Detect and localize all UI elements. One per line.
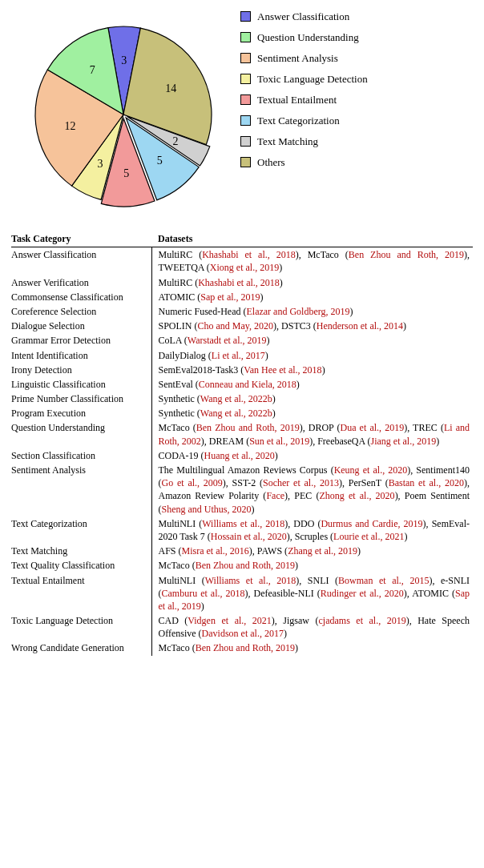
table-row: Dialogue SelectionSPOLIN (Cho and May, 2… xyxy=(11,319,473,333)
legend-swatch xyxy=(240,32,251,42)
table-row: Text CategorizationMultiNLI (Williams et… xyxy=(11,516,473,544)
datasets-cell: CODA-19 (Huang et al., 2020) xyxy=(151,448,473,463)
tasks-table: Task Category Datasets Answer Classifica… xyxy=(11,231,473,656)
task-category-cell: Commonsense Classification xyxy=(11,290,151,304)
datasets-cell: MultiRC (Khashabi et al., 2018), McTaco … xyxy=(151,247,473,275)
legend-label: Textual Entailment xyxy=(257,94,337,105)
task-category-cell: Text Categorization xyxy=(11,516,151,544)
pie-slice-value: 14 xyxy=(165,82,176,94)
legend-item: Answer Classification xyxy=(240,11,473,22)
legend: Answer ClassificationQuestion Understand… xyxy=(236,6,473,178)
task-category-cell: Wrong Candidate Generation xyxy=(11,641,151,655)
table-row: Grammar Error DetectionCoLA (Warstadt et… xyxy=(11,333,473,348)
legend-swatch xyxy=(240,94,251,105)
pie-slice-value: 3 xyxy=(97,158,103,170)
datasets-cell: CoLA (Warstadt et al., 2019) xyxy=(151,333,473,348)
table-row: Coreference SelectionNumeric Fused-Head … xyxy=(11,304,473,319)
legend-label: Sentiment Analysis xyxy=(257,53,338,63)
table-row: Irony DetectionSemEval2018-Task3 (Van He… xyxy=(11,363,473,377)
table-row: Text Quality ClassificationMcTaco (Ben Z… xyxy=(11,558,473,573)
legend-swatch xyxy=(240,157,251,167)
task-category-cell: Section Classification xyxy=(11,448,151,463)
datasets-cell: MultiNLI (Williams et al., 2018), SNLI (… xyxy=(151,573,473,614)
table-row: Sentiment AnalysisThe Multilingual Amazo… xyxy=(11,463,473,516)
header-datasets: Datasets xyxy=(151,231,473,247)
legend-item: Text Categorization xyxy=(240,115,473,126)
chart-and-legend: 3142553127 Answer ClassificationQuestion… xyxy=(11,6,473,215)
task-category-cell: Grammar Error Detection xyxy=(11,333,151,348)
task-category-cell: Textual Entailment xyxy=(11,573,151,614)
datasets-cell: SPOLIN (Cho and May, 2020), DSTC3 (Hende… xyxy=(151,319,473,333)
legend-item: Toxic Language Detection xyxy=(240,74,473,84)
legend-label: Answer Classification xyxy=(257,11,349,22)
table-row: Wrong Candidate GenerationMcTaco (Ben Zh… xyxy=(11,641,473,655)
table-row: Linguistic ClassificationSentEval (Conne… xyxy=(11,377,473,392)
datasets-cell: McTaco (Ben Zhou and Roth, 2019), DROP (… xyxy=(151,420,473,448)
datasets-cell: SentEval (Conneau and Kiela, 2018) xyxy=(151,377,473,392)
datasets-cell: The Multilingual Amazon Reviews Corpus (… xyxy=(151,463,473,516)
datasets-cell: DailyDialog (Li et al., 2017) xyxy=(151,348,473,363)
table-row: Answer ClassificationMultiRC (Khashabi e… xyxy=(11,247,473,275)
datasets-cell: Synthetic (Wang et al., 2022b) xyxy=(151,406,473,420)
legend-swatch xyxy=(240,115,251,126)
datasets-cell: Numeric Fused-Head (Elazar and Goldberg,… xyxy=(151,304,473,319)
task-category-cell: Text Quality Classification xyxy=(11,558,151,573)
task-category-cell: Toxic Language Detection xyxy=(11,613,151,641)
pie-slice-value: 12 xyxy=(64,120,75,132)
legend-item: Sentiment Analysis xyxy=(240,53,473,63)
header-task-category: Task Category xyxy=(11,231,151,247)
table-row: Section ClassificationCODA-19 (Huang et … xyxy=(11,448,473,463)
task-category-cell: Dialogue Selection xyxy=(11,319,151,333)
legend-label: Others xyxy=(257,157,285,167)
legend-label: Text Matching xyxy=(257,136,318,147)
legend-swatch xyxy=(240,74,251,84)
legend-swatch xyxy=(240,53,251,63)
datasets-cell: AFS (Misra et al., 2016), PAWS (Zhang et… xyxy=(151,544,473,558)
datasets-cell: McTaco (Ben Zhou and Roth, 2019) xyxy=(151,641,473,655)
legend-swatch xyxy=(240,11,251,22)
task-category-cell: Program Execution xyxy=(11,406,151,420)
pie-slice-value: 7 xyxy=(90,64,95,76)
task-category-cell: Sentiment Analysis xyxy=(11,463,151,516)
pie-slice-value: 2 xyxy=(173,135,179,147)
table-row: Toxic Language DetectionCAD (Vidgen et a… xyxy=(11,613,473,641)
legend-label: Text Categorization xyxy=(257,115,340,126)
legend-label: Toxic Language Detection xyxy=(257,74,368,84)
table-row: Intent IdentificationDailyDialog (Li et … xyxy=(11,348,473,363)
table-row: Commonsense ClassificationATOMIC (Sap et… xyxy=(11,290,473,304)
legend-item: Text Matching xyxy=(240,136,473,147)
table-row: Text MatchingAFS (Misra et al., 2016), P… xyxy=(11,544,473,558)
table-row: Answer VerificationMultiRC (Khashabi et … xyxy=(11,275,473,290)
task-category-cell: Answer Verification xyxy=(11,275,151,290)
datasets-cell: CAD (Vidgen et al., 2021), Jigsaw (cjada… xyxy=(151,613,473,641)
datasets-cell: MultiNLI (Williams et al., 2018), DDO (D… xyxy=(151,516,473,544)
datasets-cell: Synthetic (Wang et al., 2022b) xyxy=(151,392,473,406)
datasets-cell: ATOMIC (Sap et al., 2019) xyxy=(151,290,473,304)
pie-chart: 3142553127 xyxy=(11,6,236,215)
pie-slice-value: 3 xyxy=(121,54,127,66)
legend-label: Question Understanding xyxy=(257,32,359,42)
legend-swatch xyxy=(240,136,251,147)
datasets-cell: SemEval2018-Task3 (Van Hee et al., 2018) xyxy=(151,363,473,377)
table-row: Program ExecutionSynthetic (Wang et al.,… xyxy=(11,406,473,420)
task-category-cell: Coreference Selection xyxy=(11,304,151,319)
task-category-cell: Text Matching xyxy=(11,544,151,558)
datasets-cell: MultiRC (Khashabi et al., 2018) xyxy=(151,275,473,290)
datasets-cell: McTaco (Ben Zhou and Roth, 2019) xyxy=(151,558,473,573)
legend-item: Others xyxy=(240,157,473,167)
task-category-cell: Answer Classification xyxy=(11,247,151,275)
task-category-cell: Linguistic Classification xyxy=(11,377,151,392)
task-category-cell: Intent Identification xyxy=(11,348,151,363)
task-category-cell: Irony Detection xyxy=(11,363,151,377)
legend-item: Textual Entailment xyxy=(240,94,473,105)
table-row: Textual EntailmentMultiNLI (Williams et … xyxy=(11,573,473,614)
legend-item: Question Understanding xyxy=(240,32,473,42)
table-row: Prime Number ClassificationSynthetic (Wa… xyxy=(11,392,473,406)
task-category-cell: Prime Number Classification xyxy=(11,392,151,406)
pie-slice-value: 5 xyxy=(157,155,163,167)
pie-slice-value: 5 xyxy=(123,167,129,179)
task-category-cell: Question Understanding xyxy=(11,420,151,448)
table-row: Question UnderstandingMcTaco (Ben Zhou a… xyxy=(11,420,473,448)
